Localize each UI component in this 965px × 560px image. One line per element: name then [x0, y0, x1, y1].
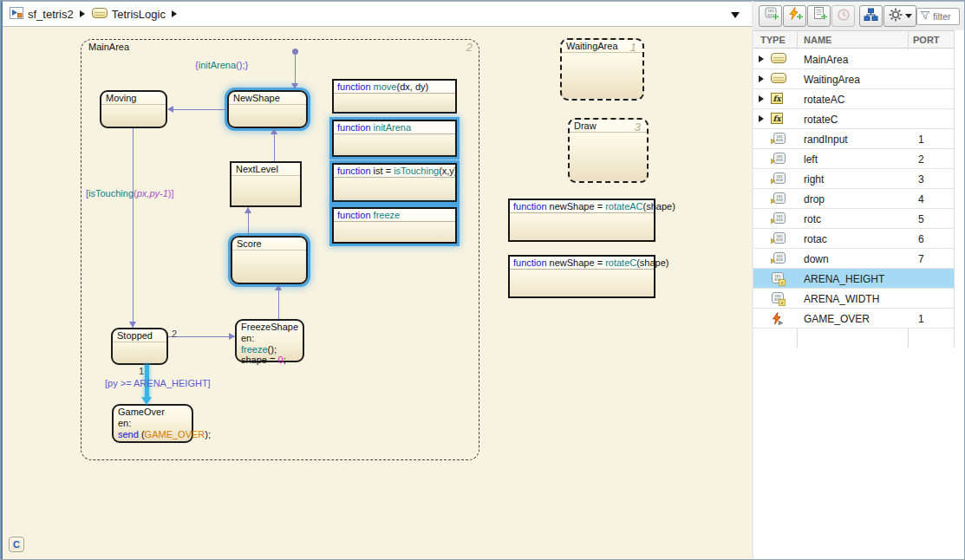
arrowhead-icon [275, 284, 282, 290]
table-row[interactable]: 101010 rotc 5 [753, 209, 954, 229]
action-language-badge[interactable]: C [9, 537, 24, 552]
function-initarena[interactable]: functioninitArena [332, 120, 457, 157]
table-row[interactable]: 101010 randInput 1 [753, 129, 954, 149]
settings-button[interactable] [883, 5, 916, 27]
table-row[interactable]: 101010 drop 4 [753, 189, 954, 209]
transition-moving-to-stopped[interactable] [133, 128, 134, 328]
symbol-port: 1 [918, 133, 924, 146]
table-row[interactable]: 101010c ARENA_WIDTH [753, 289, 954, 309]
symbols-toolbar: 101010 [753, 2, 965, 30]
label-part: shape = [241, 355, 278, 365]
transition-label-initarena[interactable]: {initArena();} [195, 60, 248, 70]
function-freeze[interactable]: functionfreeze [332, 207, 457, 244]
symbols-table: MainArea WaitingArea fx rotateAC fx rota… [753, 49, 954, 329]
add-event-button[interactable] [783, 5, 806, 27]
state-action-line: send(GAME_OVER); [114, 429, 192, 440]
symbol-name: GAME_OVER [804, 313, 870, 325]
state-stopped[interactable]: Stopped [111, 328, 168, 365]
symbol-port: 4 [918, 193, 924, 205]
state-nextlevel[interactable]: NextLevel [230, 161, 302, 207]
transition-order-label[interactable]: 1 [139, 366, 144, 376]
function-type-icon: fx [771, 93, 783, 104]
filter-input[interactable] [933, 11, 959, 22]
data-input-type-icon: 101010 [771, 153, 786, 169]
editor-area: sf_tetris2 TetrisLogic MainArea 2 [1, 1, 752, 560]
label-part: (); [268, 344, 277, 355]
svg-text:c: c [781, 300, 784, 305]
filter-box[interactable] [916, 8, 960, 25]
transition-stopped-to-freezeshape[interactable] [168, 336, 235, 337]
chart-canvas[interactable]: MainArea 2 {initArena();} [isT [3, 27, 752, 560]
label-part: freeze [241, 344, 268, 355]
symbol-port: 1 [918, 313, 924, 325]
state-freezeshape[interactable]: FreezeShape en: freeze(); shape = 0; [235, 319, 304, 362]
svg-text:010: 010 [776, 158, 783, 162]
transition-label-istouching[interactable]: [isTouching(px,py-1)] [86, 188, 174, 199]
add-message-button[interactable] [807, 5, 831, 27]
table-row-selected[interactable]: 101010c ARENA_HEIGHT [753, 269, 954, 289]
transition-newshape-to-moving[interactable] [171, 109, 227, 110]
function-rotatec[interactable]: functionnewShape = rotateC(shape) [508, 255, 655, 298]
label-part: initArena [374, 122, 411, 133]
data-input-type-icon: 101010 [771, 173, 786, 189]
default-transition-origin[interactable] [292, 49, 298, 55]
data-input-type-icon: 101010 [771, 192, 786, 209]
arrowhead-icon [291, 83, 298, 89]
state-action-line: shape = 0; [237, 355, 303, 366]
state-waitingarea[interactable]: WaitingArea 1 [560, 38, 644, 101]
breadcrumb-model[interactable]: sf_tetris2 [10, 7, 74, 22]
function-rotateac[interactable]: functionnewShape = rotateAC(shape) [508, 199, 655, 242]
label-part: function [513, 257, 550, 268]
state-gameover[interactable]: GameOver en: send(GAME_OVER); [112, 404, 193, 443]
label-part: newShape = [550, 257, 606, 268]
table-row[interactable]: 101010 right 3 [753, 169, 954, 189]
label-part: initArena [199, 60, 236, 70]
function-istouching[interactable]: functionist = isTouching(x,y) [332, 163, 457, 202]
table-row[interactable]: fx rotateAC [753, 89, 954, 109]
breadcrumb-dropdown-caret-icon[interactable] [731, 12, 740, 18]
expander-icon[interactable] [759, 115, 764, 122]
symbol-name: rotateAC [804, 94, 844, 106]
table-row[interactable]: 101010 rotac 6 [753, 229, 954, 249]
state-type-icon [771, 53, 786, 63]
symbol-port: 5 [918, 213, 924, 225]
filter-funnel-icon [920, 9, 930, 24]
symbol-port: 6 [918, 233, 924, 245]
expander-icon[interactable] [759, 55, 764, 62]
add-data-button[interactable]: 101010 [759, 5, 782, 27]
state-newshape[interactable]: NewShape [227, 90, 308, 128]
label-part: function [513, 201, 550, 212]
table-row[interactable]: WaitingArea [753, 69, 954, 89]
table-row[interactable]: 101010 down 7 [753, 249, 954, 269]
breadcrumb-chart[interactable]: TetrisLogic [92, 8, 166, 21]
simulink-model-icon [10, 7, 23, 22]
table-row[interactable]: GAME_OVER 1 [753, 309, 954, 329]
constant-type-icon: 101010c [771, 272, 786, 290]
column-header-port[interactable]: PORT [913, 35, 940, 45]
state-draw[interactable]: Draw 3 [568, 118, 649, 183]
view-hierarchy-button[interactable] [859, 5, 883, 27]
arrowhead-icon [167, 106, 173, 113]
label-part: function [337, 81, 374, 92]
column-header-type[interactable]: TYPE [760, 35, 786, 45]
table-row[interactable]: MainArea [753, 49, 954, 69]
transition-label-gameover-condition[interactable]: [py >= ARENA_HEIGHT] [105, 378, 211, 388]
state-title: MainArea [82, 40, 479, 52]
table-row[interactable]: fx rotateC [753, 109, 954, 129]
transition-order-label[interactable]: 2 [172, 329, 177, 339]
state-score[interactable]: Score [231, 236, 308, 284]
table-row[interactable]: 101010 left 2 [753, 149, 954, 169]
column-header-name[interactable]: NAME [804, 35, 831, 45]
function-move[interactable]: functionmove(dx, dy) [332, 79, 457, 114]
add-event-icon [787, 7, 803, 25]
expander-icon[interactable] [759, 75, 764, 82]
state-moving[interactable]: Moving [100, 90, 167, 128]
svg-text:010: 010 [776, 257, 783, 262]
svg-text:010: 010 [776, 138, 783, 142]
state-action-line: freeze(); [237, 344, 303, 355]
label-part: GAME_OVER [145, 429, 205, 440]
label-part: move [374, 81, 397, 92]
symbol-name: rotac [804, 233, 827, 245]
expander-icon[interactable] [759, 95, 764, 102]
label-part: )] [168, 188, 174, 199]
